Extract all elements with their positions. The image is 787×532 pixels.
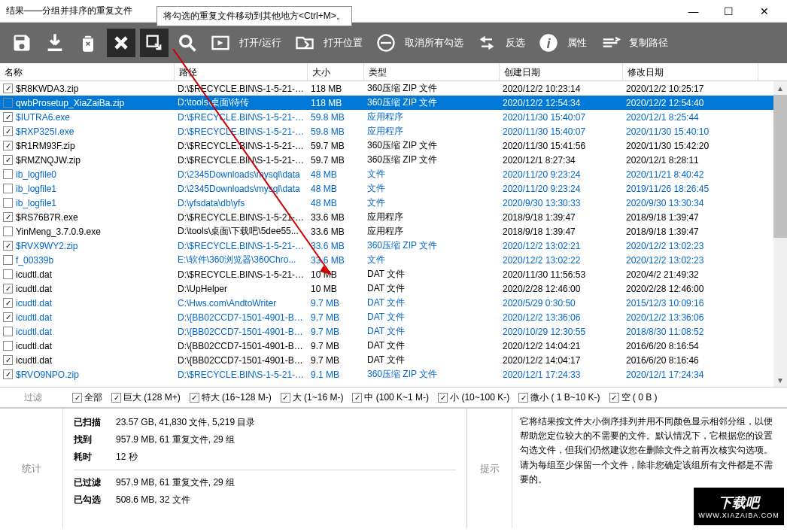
table-row[interactable]: $RVO9NPO.zipD:\$RECYCLE.BIN\S-1-5-21-21.… <box>0 367 787 382</box>
close-button[interactable]: ✕ <box>747 1 781 22</box>
row-checkbox[interactable] <box>3 212 13 222</box>
row-checkbox[interactable] <box>3 241 13 251</box>
properties-label[interactable]: 属性 <box>567 36 587 50</box>
row-checkbox[interactable] <box>3 84 13 93</box>
svg-point-0 <box>181 36 191 47</box>
filter-empty-check[interactable] <box>609 393 619 403</box>
uncheck-all-icon[interactable] <box>372 29 400 57</box>
table-row[interactable]: f_00339bE:\软件\360浏览器\360Chro...33.6 MB文件… <box>0 253 787 267</box>
row-checkbox[interactable] <box>3 169 13 179</box>
copy-path-icon[interactable] <box>596 29 624 57</box>
table-row[interactable]: icudtl.datD:\$RECYCLE.BIN\S-1-5-21-21...… <box>0 267 787 281</box>
row-checkbox[interactable] <box>3 255 13 265</box>
row-checkbox[interactable] <box>3 226 13 236</box>
open-run-label[interactable]: 打开/运行 <box>239 36 281 50</box>
table-row[interactable]: $IUTRA6.exeD:\$RECYCLE.BIN\S-1-5-21-21..… <box>0 110 787 124</box>
table-row[interactable]: YinMeng_3.7.0.9.exeD:\tools\桌面\下载吧\5dee5… <box>0 224 787 239</box>
table-body[interactable]: $R8KWDA3.zipD:\$RECYCLE.BIN\S-1-5-21-21.… <box>0 81 787 387</box>
stats-label: 统计 <box>0 409 63 528</box>
row-checkbox[interactable] <box>3 98 13 108</box>
col-name[interactable]: 名称 <box>0 63 175 81</box>
watermark: 下载吧 WWW.XIAZAIBA.COM <box>694 488 784 525</box>
table-row[interactable]: ib_logfile0D:\2345Downloads\mysql\data48… <box>0 167 787 181</box>
open-run-icon[interactable] <box>206 29 235 57</box>
save-icon[interactable] <box>8 29 36 57</box>
table-row[interactable]: icudtl.datD:\{BB02CCD7-1501-4901-B5E...9… <box>0 353 787 367</box>
col-modified[interactable]: 修改日期 <box>623 63 758 81</box>
scroll-thumb[interactable] <box>773 95 787 238</box>
row-checkbox[interactable] <box>3 184 13 193</box>
row-checkbox[interactable] <box>3 269 13 279</box>
maximize-button[interactable]: ☐ <box>712 1 746 22</box>
svg-text:i: i <box>546 35 551 51</box>
scrollbar[interactable]: ▲ ▼ <box>773 81 787 387</box>
filter-medium-check[interactable] <box>352 393 362 403</box>
row-checkbox[interactable] <box>3 327 13 336</box>
table-row[interactable]: $R1RM93F.zipD:\$RECYCLE.BIN\S-1-5-21-21.… <box>0 138 787 153</box>
minimize-button[interactable]: — <box>676 1 710 22</box>
col-created[interactable]: 创建日期 <box>500 63 623 81</box>
row-checkbox[interactable] <box>3 198 13 208</box>
delete-icon[interactable] <box>107 29 135 57</box>
uncheck-all-label[interactable]: 取消所有勾选 <box>405 36 463 50</box>
stats-body: 已扫描23.57 GB, 41,830 文件, 5,219 目录 找到957.9… <box>63 409 466 528</box>
row-checkbox[interactable] <box>3 126 13 136</box>
download-icon[interactable] <box>41 29 69 57</box>
row-checkbox[interactable] <box>3 155 13 165</box>
scroll-down-icon[interactable]: ▼ <box>773 373 787 387</box>
search-icon[interactable] <box>173 29 202 57</box>
row-checkbox[interactable] <box>3 341 13 351</box>
row-checkbox[interactable] <box>3 298 13 308</box>
col-size[interactable]: 大小 <box>308 63 364 81</box>
table-row[interactable]: ib_logfile1D:\yfsdata\db\yfs48 MB文件2020/… <box>0 196 787 210</box>
filter-small-check[interactable] <box>438 393 448 403</box>
table-row[interactable]: $R8KWDA3.zipD:\$RECYCLE.BIN\S-1-5-21-21.… <box>0 81 787 96</box>
table-row[interactable]: icudtl.datD:\{BB02CCD7-1501-4901-B5E...9… <box>0 339 787 353</box>
row-checkbox[interactable] <box>3 112 13 122</box>
row-checkbox[interactable] <box>3 141 13 150</box>
open-location-icon[interactable] <box>290 29 319 57</box>
filter-bar: 过滤 全部 巨大 (128 M+) 特大 (16~128 M-) 大 (1~16… <box>0 387 787 408</box>
invert-label[interactable]: 反选 <box>506 36 525 50</box>
table-row[interactable]: $RS76B7R.exeD:\$RECYCLE.BIN\S-1-5-21-21.… <box>0 210 787 224</box>
row-checkbox[interactable] <box>3 284 13 293</box>
table-row[interactable]: $RVX9WY2.zipD:\$RECYCLE.BIN\S-1-5-21-21.… <box>0 239 787 253</box>
copy-path-label[interactable]: 复制路径 <box>629 36 668 50</box>
invert-icon[interactable] <box>473 29 501 57</box>
filter-tiny-check[interactable] <box>518 393 528 403</box>
properties-icon[interactable]: i <box>534 29 563 57</box>
row-checkbox[interactable] <box>3 355 13 365</box>
filter-label: 过滤 <box>3 391 63 404</box>
filter-huge-check[interactable] <box>111 393 121 403</box>
table-row[interactable]: $RMZNQJW.zipD:\$RECYCLE.BIN\S-1-5-21-21.… <box>0 153 787 167</box>
filter-large-check[interactable] <box>281 393 290 403</box>
col-path[interactable]: 路径 <box>175 63 308 81</box>
filter-big-check[interactable] <box>190 393 199 403</box>
recycle-icon[interactable] <box>74 29 102 57</box>
move-icon[interactable] <box>140 29 169 57</box>
table-header: 名称 路径 大小 类型 创建日期 修改日期 <box>0 63 787 81</box>
row-checkbox[interactable] <box>3 312 13 322</box>
filter-all-check[interactable] <box>72 393 82 403</box>
col-type[interactable]: 类型 <box>364 63 500 81</box>
tips-label: 提示 <box>467 409 512 528</box>
tooltip: 将勾选的重复文件移动到其他地方<Ctrl+M>。 <box>156 6 352 26</box>
table-row[interactable]: icudtl.datC:\Hws.com\AndtoWriter9.7 MBDA… <box>0 296 787 310</box>
toolbar: 将勾选的重复文件移动到其他地方<Ctrl+M>。 打开/运行 打开位置 取消所有… <box>0 23 787 63</box>
table-row[interactable]: qwbProsetup_XiaZaiBa.zipD:\tools\桌面\待传11… <box>0 96 787 110</box>
table-row[interactable]: icudtl.datD:\UpHelper10 MBDAT 文件2020/2/2… <box>0 281 787 296</box>
open-location-label[interactable]: 打开位置 <box>324 36 363 50</box>
table-row[interactable]: $RXP325I.exeD:\$RECYCLE.BIN\S-1-5-21-21.… <box>0 124 787 138</box>
table-row[interactable]: icudtl.datD:\{BB02CCD7-1501-4901-B5E...9… <box>0 310 787 324</box>
table-row[interactable]: icudtl.datD:\{BB02CCD7-1501-4901-B5E...9… <box>0 324 787 339</box>
table-row[interactable]: ib_logfile1D:\2345Downloads\mysql\data48… <box>0 181 787 196</box>
row-checkbox[interactable] <box>3 369 13 379</box>
scroll-up-icon[interactable]: ▲ <box>773 81 787 95</box>
